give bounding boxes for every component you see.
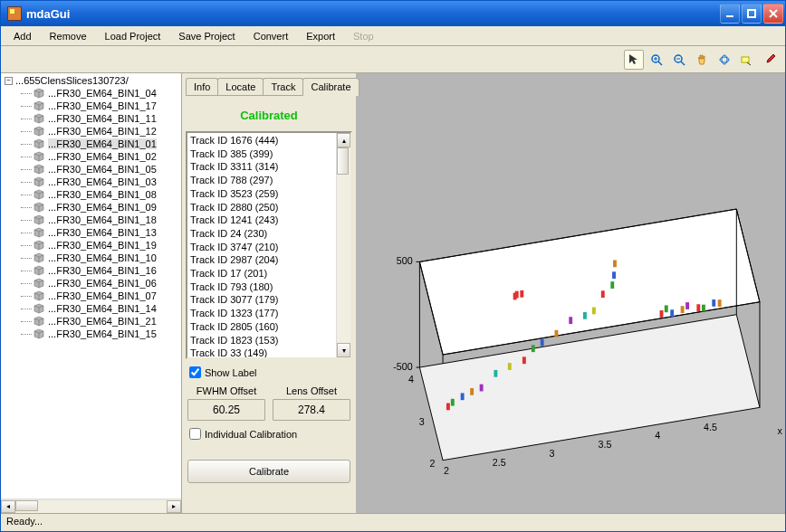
menu-export[interactable]: Export — [297, 28, 344, 44]
svg-text:2.5: 2.5 — [493, 457, 506, 468]
window-title: mdaGui — [26, 7, 720, 21]
list-item[interactable]: Track ID 788 (297) — [190, 174, 333, 187]
tree-item[interactable]: ...FR30_EM64_BIN1_10 — [1, 252, 181, 264]
lens-value: 278.4 — [273, 399, 350, 421]
tab-info[interactable]: Info — [186, 78, 218, 95]
tree-item[interactable]: ...FR30_EM64_BIN1_19 — [1, 239, 181, 252]
tree-item[interactable]: ...FR30_EM64_BIN1_02 — [1, 150, 181, 163]
svg-rect-46 — [555, 330, 559, 337]
tree-item[interactable]: ...FR30_EM64_BIN1_14 — [1, 302, 181, 315]
tab-calibrate[interactable]: Calibrate — [302, 78, 359, 96]
scroll-right-icon[interactable]: ▸ — [167, 500, 181, 513]
maximize-button[interactable] — [742, 4, 762, 24]
svg-rect-48 — [583, 312, 587, 319]
list-item[interactable]: Track ID 17 (201) — [190, 267, 333, 280]
tree-item[interactable]: ...FR30_EM64_BIN1_21 — [1, 315, 181, 328]
svg-rect-38 — [461, 393, 465, 400]
list-item[interactable]: Track ID 24 (230) — [190, 227, 333, 241]
pan-tool[interactable] — [692, 50, 712, 70]
svg-rect-57 — [681, 306, 685, 313]
list-item[interactable]: Track ID 33 (149) — [190, 347, 333, 359]
svg-text:4: 4 — [408, 374, 414, 385]
pointer-tool[interactable] — [624, 50, 644, 70]
tree-item[interactable]: ...FR30_EM64_BIN1_08 — [1, 188, 181, 201]
svg-rect-47 — [569, 317, 572, 324]
svg-rect-55 — [665, 305, 668, 312]
close-button[interactable] — [763, 4, 783, 24]
tree-item[interactable]: ...FR30_EM64_BIN1_13 — [1, 226, 181, 239]
list-item[interactable]: Track ID 3523 (259) — [190, 187, 333, 201]
svg-line-9 — [681, 62, 685, 65]
menu-load[interactable]: Load Project — [96, 28, 170, 44]
data-cursor-tool[interactable] — [737, 50, 757, 70]
tree-root[interactable]: − ...655ClensSlices130723/ — [1, 74, 181, 87]
rotate-tool[interactable] — [714, 50, 734, 70]
list-item[interactable]: Track ID 1823 (153) — [190, 334, 333, 347]
svg-rect-65 — [513, 293, 517, 300]
tree-item[interactable]: ...FR30_EM64_BIN1_16 — [1, 264, 181, 277]
tabs: Info Locate Track Calibrate — [186, 75, 352, 95]
menu-convert[interactable]: Convert — [244, 28, 298, 44]
list-item[interactable]: Track ID 3747 (210) — [190, 241, 333, 254]
menu-add[interactable]: Add — [5, 28, 41, 44]
individual-calibration-checkbox[interactable] — [189, 428, 201, 440]
tree-item[interactable]: ...FR30_EM64_BIN1_12 — [1, 125, 181, 138]
app-icon — [7, 6, 22, 21]
scroll-thumb[interactable] — [15, 500, 38, 511]
titlebar: mdaGui — [1, 1, 785, 26]
list-item[interactable]: Track ID 1676 (444) — [190, 134, 333, 147]
svg-rect-39 — [470, 388, 474, 395]
file-tree[interactable]: − ...655ClensSlices130723/ ...FR30_EM64_… — [1, 73, 182, 513]
calibrate-button[interactable]: Calibrate — [187, 460, 350, 483]
list-item[interactable]: Track ID 2987 (204) — [190, 253, 333, 267]
tree-item[interactable]: ...FR30_EM64_BIN1_06 — [1, 277, 181, 290]
menu-save[interactable]: Save Project — [169, 28, 244, 44]
menu-remove[interactable]: Remove — [41, 28, 96, 44]
collapse-icon[interactable]: − — [5, 77, 13, 85]
svg-rect-51 — [610, 281, 614, 289]
svg-rect-60 — [702, 305, 705, 312]
tree-item[interactable]: ...FR30_EM64_BIN1_11 — [1, 112, 181, 125]
scroll-up-icon[interactable]: ▴ — [337, 133, 350, 147]
list-item[interactable]: Track ID 3077 (179) — [190, 293, 333, 307]
tree-hscrollbar[interactable]: ◂ ▸ — [1, 499, 181, 513]
tab-locate[interactable]: Locate — [217, 78, 264, 95]
svg-rect-52 — [612, 271, 616, 279]
fwhm-value: 60.25 — [187, 399, 265, 421]
svg-rect-37 — [451, 399, 455, 406]
svg-rect-1 — [748, 10, 755, 17]
svg-rect-62 — [718, 299, 722, 307]
track-listbox[interactable]: Track ID 1676 (444)Track ID 385 (399)Tra… — [186, 131, 352, 359]
tree-item[interactable]: ...FR30_EM64_BIN1_03 — [1, 176, 181, 188]
scroll-down-icon[interactable]: ▾ — [337, 343, 350, 357]
tree-item[interactable]: ...FR30_EM64_BIN1_09 — [1, 201, 181, 214]
svg-rect-53 — [613, 260, 617, 267]
zoom-in-tool[interactable] — [647, 50, 666, 70]
tree-item[interactable]: ...FR30_EM64_BIN1_17 — [1, 100, 181, 112]
tree-item[interactable]: ...FR30_EM64_BIN1_18 — [1, 214, 181, 226]
tree-item[interactable]: ...FR30_EM64_BIN1_07 — [1, 290, 181, 302]
plot-3d[interactable]: -50050023422.533.544.5x 104 — [356, 73, 785, 513]
list-item[interactable]: Track ID 385 (399) — [190, 147, 333, 161]
tree-item[interactable]: ...FR30_EM64_BIN1_15 — [1, 328, 181, 340]
list-item[interactable]: Track ID 3311 (314) — [190, 160, 333, 174]
tab-track[interactable]: Track — [263, 78, 303, 95]
svg-rect-49 — [592, 308, 596, 315]
list-item[interactable]: Track ID 793 (180) — [190, 280, 333, 294]
svg-text:3: 3 — [419, 416, 425, 427]
tree-item[interactable]: ...FR30_EM64_BIN1_01 — [1, 138, 181, 150]
show-label-checkbox[interactable] — [189, 366, 201, 378]
listbox-scrollbar[interactable]: ▴ ▾ — [336, 133, 350, 357]
minimize-button[interactable] — [720, 4, 740, 24]
scroll-left-icon[interactable]: ◂ — [1, 500, 15, 513]
zoom-out-tool[interactable] — [669, 50, 689, 70]
list-item[interactable]: Track ID 2880 (250) — [190, 201, 333, 214]
tree-item[interactable]: ...FR30_EM64_BIN1_04 — [1, 87, 181, 100]
list-item[interactable]: Track ID 1241 (243) — [190, 214, 333, 227]
scroll-thumb[interactable] — [337, 147, 349, 175]
list-item[interactable]: Track ID 1323 (177) — [190, 307, 333, 320]
brush-tool[interactable] — [760, 50, 780, 70]
list-item[interactable]: Track ID 2805 (160) — [190, 320, 333, 334]
tree-item[interactable]: ...FR30_EM64_BIN1_05 — [1, 163, 181, 176]
calibrate-panel: Info Locate Track Calibrate Calibrated T… — [182, 73, 356, 513]
